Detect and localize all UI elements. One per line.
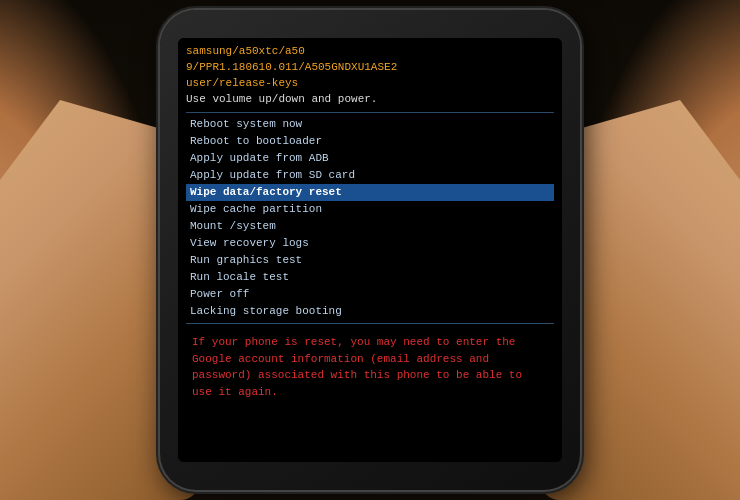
menu-item-power-off[interactable]: Power off bbox=[186, 286, 554, 303]
menu-item-reboot-system[interactable]: Reboot system now bbox=[186, 116, 554, 133]
warning-text: If your phone is reset, you may need to … bbox=[192, 334, 548, 400]
header-line1: samsung/a50xtc/a50 bbox=[186, 44, 554, 60]
recovery-console: samsung/a50xtc/a50 9/PPR1.180610.011/A50… bbox=[178, 38, 562, 462]
header-line4: Use volume up/down and power. bbox=[186, 92, 554, 108]
menu-item-reboot-bootloader[interactable]: Reboot to bootloader bbox=[186, 133, 554, 150]
menu-item-locale-test[interactable]: Run locale test bbox=[186, 269, 554, 286]
menu-item-lacking-storage[interactable]: Lacking storage booting bbox=[186, 303, 554, 320]
menu-item-wipe-data[interactable]: Wipe data/factory reset bbox=[186, 184, 554, 201]
header-line2: 9/PPR1.180610.011/A505GNDXU1ASE2 bbox=[186, 60, 554, 76]
recovery-menu: Reboot system now Reboot to bootloader A… bbox=[186, 116, 554, 321]
phone-screen: samsung/a50xtc/a50 9/PPR1.180610.011/A50… bbox=[178, 38, 562, 462]
scene: samsung/a50xtc/a50 9/PPR1.180610.011/A50… bbox=[0, 0, 740, 500]
menu-item-view-logs[interactable]: View recovery logs bbox=[186, 235, 554, 252]
divider-top bbox=[186, 112, 554, 113]
menu-item-mount-system[interactable]: Mount /system bbox=[186, 218, 554, 235]
header-line3: user/release-keys bbox=[186, 76, 554, 92]
menu-item-graphics-test[interactable]: Run graphics test bbox=[186, 252, 554, 269]
menu-item-apply-adb[interactable]: Apply update from ADB bbox=[186, 150, 554, 167]
menu-item-wipe-cache[interactable]: Wipe cache partition bbox=[186, 201, 554, 218]
menu-item-apply-sd[interactable]: Apply update from SD card bbox=[186, 167, 554, 184]
header-info: samsung/a50xtc/a50 9/PPR1.180610.011/A50… bbox=[186, 44, 554, 108]
divider-bottom bbox=[186, 323, 554, 324]
warning-area: If your phone is reset, you may need to … bbox=[186, 330, 554, 404]
phone-body: samsung/a50xtc/a50 9/PPR1.180610.011/A50… bbox=[160, 10, 580, 490]
